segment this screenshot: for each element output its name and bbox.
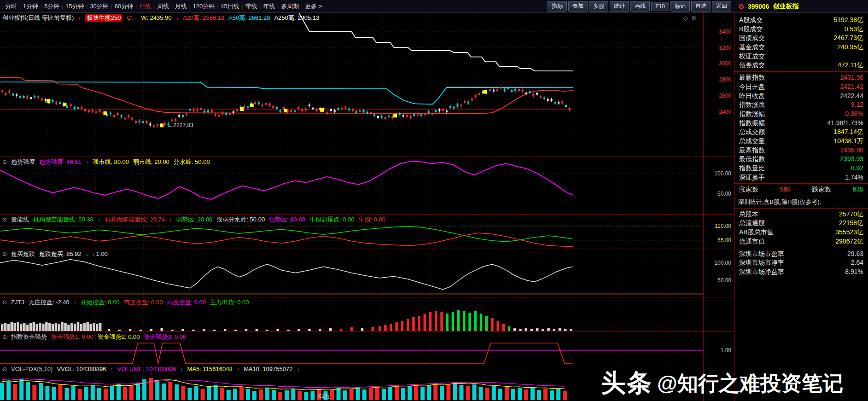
- collapse-icon[interactable]: ⊙: [2, 216, 7, 223]
- info-row: 总成交额1847.14亿: [734, 128, 868, 137]
- collapse-icon[interactable]: ⊙: [2, 299, 7, 306]
- indicator-reading: 无庄控盘: -2.46: [29, 299, 70, 306]
- period-item-12[interactable]: 年线: [261, 2, 277, 11]
- info-value: 1847.14亿: [833, 128, 863, 137]
- axis-tick-label: 3000: [719, 60, 731, 67]
- panel-title: 趋势强度: [11, 158, 35, 166]
- panel-main-chart: 创业板指(日线 等比前复权)↑板块牛熊250Q: -W: 2435.90↓A20…: [0, 13, 734, 157]
- top-toolbar: 分时|1分钟|5分钟|15分钟|30分钟|60分钟|日线|周线|月线|120分钟…: [0, 0, 868, 13]
- info-value: 0.92: [851, 164, 863, 173]
- info-value: 240.95亿: [837, 43, 863, 52]
- info-row: 深圳市场净益率8.91%: [734, 267, 868, 277]
- panel-trend-strength: ⊙趋势强度趋势强度: 46.51↑强市线: 80.00弱市线: 20.00分水岭…: [0, 157, 734, 215]
- low-annotation: ←2227.83: [168, 122, 193, 128]
- advancers-count: 568: [780, 185, 790, 194]
- tool-menu: 指标叠加多股统计画线F10标记自选返回: [548, 1, 734, 12]
- info-value: 41.98/1.73%: [827, 119, 863, 128]
- panel-divider: [0, 214, 734, 215]
- tool-button-3[interactable]: 统计: [610, 1, 629, 12]
- info-label: 指数振幅: [739, 119, 765, 128]
- info-label: B股成交: [739, 25, 763, 34]
- info-label: 指数涨跌: [739, 100, 765, 110]
- panel-corner-icons: ◇ ⧉: [683, 15, 696, 22]
- axis-tick-label: 50.00: [717, 191, 731, 197]
- diamond-icon[interactable]: ◇: [683, 15, 688, 22]
- tool-button-7[interactable]: 自选: [691, 1, 711, 12]
- period-item-0[interactable]: 分时: [3, 2, 19, 11]
- tool-button-4[interactable]: 画线: [630, 1, 650, 12]
- indicator-reading: 超跌超买: 85.92: [39, 250, 82, 258]
- axis-tick-label: 2600: [719, 93, 731, 99]
- info-label: A股成交: [739, 16, 763, 25]
- collapse-icon[interactable]: ⊙: [2, 333, 7, 341]
- tool-button-5[interactable]: F10: [651, 2, 669, 11]
- info-label: 深证换手: [739, 173, 765, 182]
- collapse-icon[interactable]: ⊙: [2, 158, 7, 166]
- symbol-name[interactable]: 创业板指: [773, 2, 798, 11]
- panel-header-fund: ⊙指数资金强势资金强势1: 0.00资金强势2: 0.00资金强势3: 0.00: [2, 333, 186, 341]
- indicator-reading: ↓: [175, 14, 179, 22]
- info-value: 290672亿: [835, 237, 863, 246]
- market-flag: G: [739, 2, 744, 10]
- indicator-reading: 机构做空能量线: 59.36: [33, 216, 93, 223]
- panel-energy-lines: ⊙量能线机构做空能量线: 59.36↓机构做多能量线: 29.74↑弱势区: 2…: [0, 215, 734, 249]
- period-item-9[interactable]: 120分钟: [191, 2, 217, 11]
- info-label: 最高指数: [739, 146, 765, 155]
- collapse-icon[interactable]: ⊙: [2, 366, 7, 373]
- period-item-10[interactable]: 45日线: [218, 2, 241, 11]
- advancers-label: 涨家数: [739, 185, 758, 194]
- period-item-5[interactable]: 60分钟: [112, 2, 135, 11]
- indicator-reading: A50高: 2661.28: [228, 14, 270, 22]
- period-item-13[interactable]: 多周期: [279, 2, 301, 11]
- panel-header-energy: ⊙量能线机构做空能量线: 59.36↓机构做多能量线: 29.74↑弱势区: 2…: [2, 216, 385, 223]
- indicator-reading: 资金强势3: 0.00: [144, 333, 186, 341]
- info-label: 深圳市场市盈率: [739, 250, 784, 259]
- info-row: 债券成交472.11亿: [734, 61, 868, 70]
- tool-button-8[interactable]: 返回: [712, 1, 731, 12]
- tool-button-6[interactable]: 标记: [670, 1, 690, 12]
- info-value: 5192.38亿: [833, 16, 863, 25]
- indicator-reading: 牛股: 0.00: [358, 216, 385, 223]
- tool-button-1[interactable]: 叠加: [568, 1, 588, 12]
- period-item-8[interactable]: 月线: [173, 2, 189, 11]
- info-value: 2422.44: [840, 92, 863, 101]
- indicator-reading: 弱市线: 20.00: [133, 158, 169, 166]
- axis-tick-label: 2800: [719, 76, 731, 83]
- period-item-3[interactable]: 15分钟: [63, 2, 86, 11]
- period-item-6[interactable]: 日线: [137, 2, 153, 11]
- symbol-code[interactable]: 399006: [748, 3, 769, 10]
- indicator-reading: W: 2435.90: [141, 14, 171, 22]
- indicator-reading: 弱势区: 20.00: [176, 216, 213, 223]
- panel-title: 量能线: [11, 216, 29, 223]
- period-item-7[interactable]: 周线: [155, 2, 171, 11]
- info-value: 2421.42: [840, 82, 863, 92]
- info-row: 昨日收盘2422.44: [734, 92, 868, 101]
- panel-divider: [0, 297, 734, 297]
- info-label: 昨日收盘: [739, 92, 765, 101]
- indicator-reading: 开始控盘: 0.00: [81, 299, 120, 306]
- collapse-icon[interactable]: ⊙: [2, 250, 7, 258]
- panel-title: VOL-TDX(5,10): [11, 366, 52, 373]
- period-item-4[interactable]: 30分钟: [87, 2, 111, 11]
- indicator-reading: 强弱分水岭: 50.00: [216, 216, 265, 223]
- decliners-count: 635: [853, 185, 863, 194]
- period-item-1[interactable]: 1分钟: [21, 2, 41, 11]
- tool-button-2[interactable]: 多股: [589, 1, 608, 12]
- info-value: 2467.73亿: [833, 34, 863, 43]
- info-row: 深圳市场市盈率29.63: [734, 250, 868, 259]
- axis-tick-label: 1.00: [721, 347, 731, 354]
- period-item-2[interactable]: 5分钟: [42, 2, 62, 11]
- info-row: 深圳市场市净率2.64: [734, 258, 868, 267]
- tool-button-0[interactable]: 指标: [548, 1, 567, 12]
- info-value: 10438.1万: [833, 137, 863, 146]
- period-item-14[interactable]: 更多 >: [303, 2, 324, 11]
- info-row: 指数振幅41.98/1.73%: [734, 119, 868, 128]
- info-value: 22158亿: [839, 219, 863, 228]
- main-chart-plot[interactable]: [0, 13, 703, 157]
- panel-fund-strength: ⊙指数资金强势资金强势1: 0.00资金强势2: 0.00资金强势3: 0.00: [0, 332, 734, 364]
- info-label: 深圳市场净益率: [739, 267, 784, 277]
- period-item-11[interactable]: 季线: [243, 2, 260, 11]
- window-icon[interactable]: ⧉: [692, 15, 696, 22]
- indicator-reading: 强市线: 80.00: [93, 158, 129, 166]
- indicator-reading: 资金强势2: 0.00: [98, 333, 140, 341]
